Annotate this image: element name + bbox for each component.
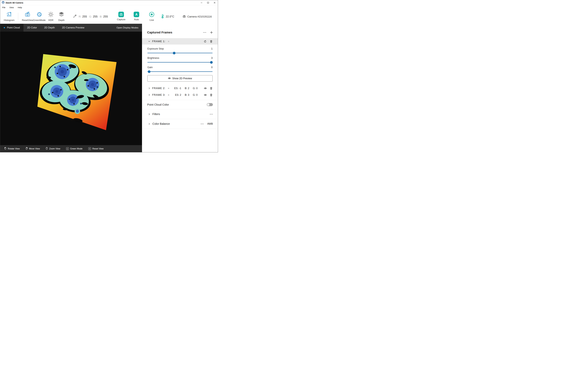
frame-3-label: FRAME 3: [152, 93, 165, 96]
hdr-sun-icon [48, 11, 54, 18]
tab-point-cloud[interactable]: Point Cloud [0, 24, 23, 32]
slider-track[interactable] [147, 53, 213, 53]
maximize-button[interactable] [205, 0, 211, 5]
depth-label: Depth [58, 19, 65, 22]
camera-id-readout: Camera #210191116 [183, 15, 212, 19]
capture-button[interactable]: Capture [116, 12, 126, 21]
filters-row[interactable]: Filters [142, 109, 218, 119]
chevron-down-icon [148, 40, 150, 42]
g-label: G: [89, 15, 92, 18]
resetview-label: ResetView [22, 19, 33, 22]
auto-icon: A [134, 12, 139, 17]
color-balance-row[interactable]: Color Balance AWB [142, 119, 218, 129]
frame-1-label: FRAME 1: [152, 40, 165, 43]
b-label: B: [100, 15, 102, 18]
gain-value: 0 [211, 66, 213, 69]
temperature-readout: 22.0°C [161, 14, 174, 19]
histogram-icon [6, 11, 12, 18]
show-2d-preview-button[interactable]: Show 2D Preview [147, 75, 213, 82]
frame-delete-icon[interactable] [210, 87, 212, 90]
frame-2-es: ES: -1 [174, 87, 181, 90]
menubar: File View Help [0, 5, 218, 10]
live-label: Live [150, 19, 154, 21]
point-cloud-color-toggle[interactable] [207, 103, 213, 106]
frame-3-g: G: 0 [193, 93, 198, 96]
frame-2-b: B: 2 [185, 87, 189, 90]
toggle-knob [207, 103, 209, 106]
tab-2d-color[interactable]: 2D Color [23, 24, 41, 32]
key-g-icon: G [66, 147, 69, 150]
open-display-modes-button[interactable]: Open Display Modes [116, 24, 142, 32]
slider-track[interactable] [147, 71, 213, 72]
minimize-button[interactable] [198, 0, 205, 5]
g-value: 255 [93, 15, 97, 18]
shortcut-move-view: Move View [26, 147, 40, 150]
toolbar: Histogram ResetView [0, 10, 218, 24]
close-button[interactable] [211, 0, 218, 5]
app-logo-icon [2, 1, 4, 4]
auto-button[interactable]: A Auto [131, 12, 142, 21]
exposure-stop-row: Exposure Stop 1 [147, 47, 213, 55]
reset-view-camera-icon [25, 11, 31, 18]
frame-status-dot [168, 88, 169, 89]
depth-layers-icon [58, 11, 64, 18]
gain-label: Gain [147, 66, 153, 69]
brightness-row: Brightness 3 [147, 57, 213, 64]
eyedropper-icon [73, 15, 76, 19]
frame-2-g: G: 0 [193, 87, 198, 90]
frame-3-row[interactable]: FRAME 3: ES: 2 B: 3 G: 0 [142, 92, 218, 98]
live-icon [149, 12, 154, 18]
tab-2d-camera-preview[interactable]: 2D Camera Preview [58, 24, 88, 32]
r-label: R: [79, 15, 81, 18]
frame-delete-icon[interactable] [210, 94, 212, 96]
slider-track[interactable] [147, 62, 213, 62]
exposure-stop-slider[interactable] [147, 51, 213, 55]
gain-slider-handle[interactable] [148, 70, 151, 73]
exposure-stop-label: Exposure Stop [147, 47, 164, 50]
frames-more-icon[interactable] [203, 32, 206, 33]
point-cloud-viewport[interactable] [0, 32, 142, 145]
b-value: 255 [103, 15, 108, 18]
awb-button[interactable]: AWB [207, 122, 213, 125]
add-frame-icon[interactable] [210, 31, 213, 34]
point-cloud-color-row: Point Cloud Color [142, 100, 218, 109]
resetview-button[interactable]: ResetView [22, 11, 33, 22]
point-cloud-color-label: Point Cloud Color [147, 103, 169, 106]
frame-reset-icon[interactable] [204, 40, 206, 43]
statusbar: Rotate View Move View [0, 145, 142, 152]
brightness-slider-handle[interactable] [210, 61, 213, 64]
histogram-button[interactable]: Histogram [4, 11, 14, 22]
shortcut-green-mode: G Green Mode [66, 147, 83, 150]
frame-2-row[interactable]: FRAME 2: ES: -1 B: 2 G: 0 [142, 85, 218, 92]
mouse-left-icon [4, 147, 6, 150]
exposure-stop-slider-handle[interactable] [173, 52, 175, 54]
frame-1-header[interactable]: FRAME 1: [142, 38, 218, 44]
menu-view[interactable]: View [9, 6, 14, 9]
active-tab-dot-icon [4, 27, 5, 28]
menu-file[interactable]: File [2, 6, 5, 9]
frame-status-dot [168, 41, 169, 42]
window-title: DaoAI 3D Camera [6, 1, 23, 4]
menu-help[interactable]: Help [18, 6, 22, 9]
brightness-slider[interactable] [147, 60, 213, 64]
frame-3-b: B: 3 [185, 93, 189, 96]
filters-label: Filters [152, 113, 160, 116]
captured-frames-title: Captured Frames [147, 31, 172, 34]
camera-icon [183, 15, 186, 19]
temperature-value: 22.0°C [166, 15, 174, 18]
tab-2d-depth[interactable]: 2D Depth [41, 24, 58, 32]
hdr-label: HDR [48, 19, 54, 22]
depth-button[interactable]: Depth [56, 11, 67, 22]
color-balance-more-icon[interactable] [201, 124, 204, 124]
live-button[interactable]: Live [146, 12, 157, 21]
frame-visibility-icon[interactable] [204, 87, 207, 89]
greenmode-button[interactable]: GreenMode [33, 11, 46, 22]
frame-visibility-icon[interactable] [204, 94, 207, 96]
filters-more-icon[interactable] [210, 114, 213, 115]
gain-slider[interactable] [147, 70, 213, 73]
shortcut-rotate-view: Rotate View [4, 147, 20, 150]
exposure-stop-value: 1 [211, 47, 213, 50]
key-r-icon: R [88, 147, 91, 150]
hdr-button[interactable]: HDR [46, 11, 56, 22]
frame-delete-icon[interactable] [210, 40, 212, 43]
